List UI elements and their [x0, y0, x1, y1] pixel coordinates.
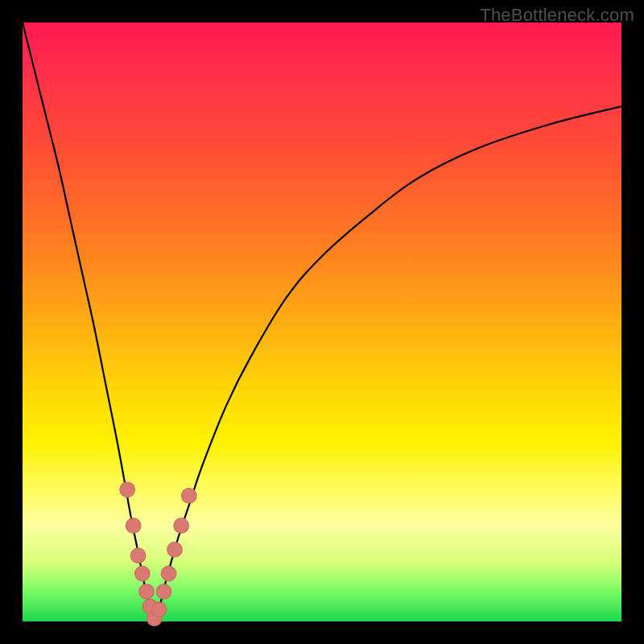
outer-frame: TheBottleneck.com — [0, 0, 644, 644]
marker-dot — [151, 602, 167, 617]
marker-dot — [126, 518, 141, 534]
marker-dot — [161, 566, 176, 581]
watermark-text: TheBottleneck.com — [480, 5, 634, 26]
marker-layer — [120, 482, 196, 626]
marker-dot — [139, 584, 155, 600]
marker-dot — [135, 566, 151, 581]
marker-dot — [120, 482, 135, 497]
marker-dot — [182, 488, 197, 503]
plot-area — [23, 23, 621, 621]
marker-dot — [167, 542, 183, 557]
marker-dot — [156, 584, 171, 600]
bottleneck-curve — [23, 23, 621, 621]
marker-dot — [174, 518, 189, 534]
marker-dot — [130, 548, 146, 564]
chart-svg — [23, 23, 621, 621]
curve-layer — [23, 23, 621, 621]
